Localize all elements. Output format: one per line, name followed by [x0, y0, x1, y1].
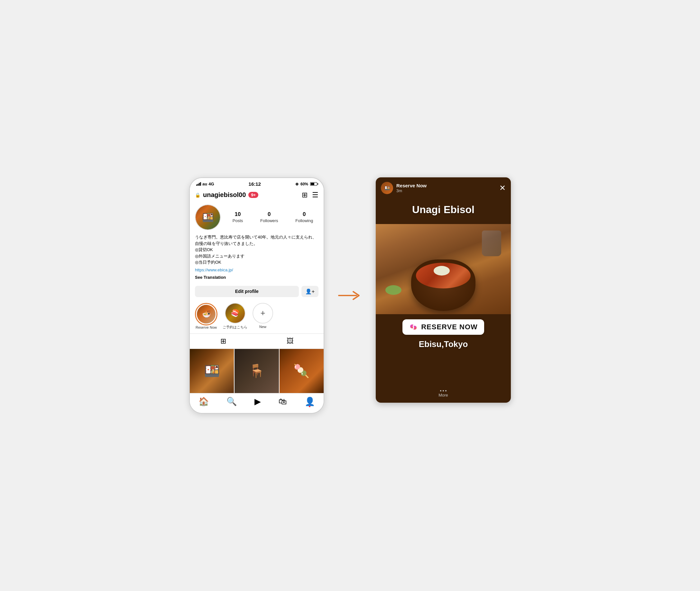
avatar: 🍱 [195, 204, 221, 230]
grid-icon: ⊞ [220, 337, 226, 345]
status-left: au 4G [196, 182, 214, 186]
story-restaurant-name: Unagi Ebisol [382, 204, 504, 216]
nav-profile-button[interactable]: 👤 [305, 397, 315, 406]
photo-cell-1[interactable]: 🍱 [190, 349, 234, 393]
carrier-label: au [202, 182, 207, 186]
following-count: 0 [295, 211, 313, 217]
following-label: Following [295, 218, 313, 223]
highlight-circle-2: 🍣 [225, 303, 245, 324]
username-area: 🔒 unagiebisol00 9+ [195, 191, 258, 199]
avatar-image: 🍱 [196, 205, 220, 229]
connector-arrow [337, 289, 363, 302]
posts-label: Posts [233, 218, 243, 223]
story-food-image [376, 224, 511, 314]
nav-search-button[interactable]: 🔍 [226, 397, 237, 406]
status-bar: au 4G 16:12 ⊛ 60% [190, 178, 324, 189]
highlight-border-1: 🍜 [195, 303, 218, 325]
story-content: Unagi Ebisol [376, 197, 511, 388]
photo-grid: 🍱 🪑 🍡 [190, 349, 324, 393]
main-container: au 4G 16:12 ⊛ 60% 🔒 unagiebisol00 9+ ⊞ ☰ [189, 177, 511, 414]
reserve-badge[interactable]: RESERVE NOW [402, 319, 484, 335]
story-time: 3m [396, 188, 496, 193]
posts-stat[interactable]: 10 Posts [233, 211, 243, 223]
profile-header: 🔒 unagiebisol00 9+ ⊞ ☰ [190, 189, 324, 201]
lock-icon: 🔒 [195, 193, 201, 198]
highlight-label-2: ご予約はこちら [223, 325, 247, 330]
photo-cell-2[interactable]: 🪑 [235, 349, 279, 393]
edit-profile-button[interactable]: Edit profile [195, 286, 299, 297]
tagged-icon: 🖼 [287, 337, 294, 345]
story-meta: Reserve Now 3m [396, 183, 496, 193]
photo-cell-3[interactable]: 🍡 [280, 349, 324, 393]
highlight-reservation[interactable]: 🍣 ご予約はこちら [223, 303, 247, 330]
bio-section: うなぎ専門。恵比寿で店を開いて40年。地元の人々に支えられ、自慢の味を守り抜いて… [190, 233, 324, 283]
header-icons: ⊞ ☰ [302, 192, 318, 199]
following-stat[interactable]: 0 Following [295, 211, 313, 223]
followers-stat[interactable]: 0 Followers [260, 211, 278, 223]
grid-tab[interactable]: ⊞ [190, 336, 257, 347]
nav-home-button[interactable]: 🏠 [199, 397, 209, 406]
followers-count: 0 [260, 211, 278, 217]
highlight-new[interactable]: + New [252, 303, 273, 330]
story-title-section: Unagi Ebisol [376, 197, 511, 224]
nav-reels-button[interactable]: ▶ [254, 397, 261, 406]
status-right: ⊛ 60% [295, 182, 317, 186]
highlights-row: 🍜 Reserve Now 🍣 ご予約はこちら + New [190, 300, 324, 333]
story-location: Ebisu,Tokyo [419, 339, 468, 349]
search-icon: 🔍 [226, 397, 237, 406]
shop-icon: 🛍 [279, 397, 287, 406]
battery-label: 60% [301, 182, 308, 186]
signal-icon [196, 182, 201, 186]
add-person-button[interactable]: 👤+ [301, 286, 318, 297]
highlight-circle-3: + [252, 303, 273, 324]
reserve-now-logo-icon [409, 323, 418, 332]
story-dots [440, 390, 447, 391]
story-dot-3 [445, 390, 447, 391]
bio-link[interactable]: https://www.ebica.jp/ [195, 267, 318, 273]
story-avatar: 🍱 [381, 182, 393, 194]
story-avatar-image: 🍱 [381, 182, 393, 194]
story-header: 🍱 Reserve Now 3m ✕ [376, 177, 511, 197]
profile-icon: 👤 [305, 397, 315, 406]
profile-info-row: 🍱 10 Posts 0 Followers 0 Following [190, 201, 324, 233]
food-visual [376, 224, 511, 314]
story-dot-2 [443, 390, 444, 391]
network-label: 4G [209, 182, 214, 186]
highlight-reserve-now[interactable]: 🍜 Reserve Now [195, 303, 218, 330]
story-close-button[interactable]: ✕ [499, 184, 506, 193]
notification-badge[interactable]: 9+ [248, 192, 258, 198]
nav-shop-button[interactable]: 🛍 [279, 397, 287, 406]
story-panel: 🍱 Reserve Now 3m ✕ Unagi Ebisol [376, 177, 511, 403]
highlight-label-3: New [252, 325, 273, 329]
see-translation-button[interactable]: See Translation [195, 274, 318, 281]
cucumber-visual [385, 285, 401, 295]
highlight-image-2: 🍣 [226, 304, 245, 323]
phone-mockup: au 4G 16:12 ⊛ 60% 🔒 unagiebisol00 9+ ⊞ ☰ [189, 177, 324, 414]
followers-label: Followers [260, 218, 278, 223]
bio-text: うなぎ専門。恵比寿で店を開いて40年。地元の人々に支えられ、自慢の味を守り抜いて… [195, 235, 317, 265]
reserve-now-logo [409, 323, 418, 332]
story-footer: More [376, 388, 511, 403]
action-buttons: Edit profile 👤+ [190, 283, 324, 300]
battery-icon [310, 182, 317, 186]
story-more-label[interactable]: More [439, 393, 448, 398]
time-display: 16:12 [249, 181, 261, 187]
highlight-label-1: Reserve Now [195, 325, 218, 329]
menu-button[interactable]: ☰ [312, 192, 318, 199]
add-content-button[interactable]: ⊞ [302, 192, 308, 199]
reels-icon: ▶ [254, 397, 261, 406]
tagged-tab[interactable]: 🖼 [257, 336, 324, 347]
reserve-now-text: RESERVE NOW [421, 323, 478, 331]
stats-row: 10 Posts 0 Followers 0 Following [227, 211, 318, 223]
add-highlight-icon: + [253, 304, 273, 323]
home-icon: 🏠 [199, 397, 209, 406]
teapot-visual [482, 231, 501, 256]
story-dot-1 [440, 390, 441, 391]
location-icon: ⊛ [295, 182, 299, 186]
story-username: Reserve Now [396, 183, 496, 188]
highlight-image-1: 🍜 [197, 305, 216, 324]
bottom-navigation: 🏠 🔍 ▶ 🛍 👤 [190, 393, 324, 413]
posts-count: 10 [233, 211, 243, 217]
garnish-visual [434, 266, 450, 275]
content-tabs: ⊞ 🖼 [190, 333, 324, 349]
